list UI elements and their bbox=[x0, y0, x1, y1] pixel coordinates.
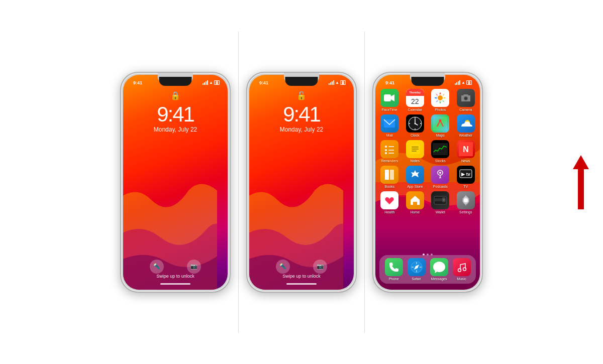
app-stocks[interactable]: Stocks bbox=[429, 140, 452, 163]
mail-icon bbox=[380, 114, 398, 133]
mute-button-3 bbox=[372, 113, 373, 127]
separator-2 bbox=[364, 32, 365, 333]
photos-icon bbox=[431, 89, 449, 107]
app-camera[interactable]: Camera bbox=[455, 89, 477, 111]
home-label: Home bbox=[410, 210, 420, 214]
app-settings[interactable]: Settings bbox=[455, 191, 477, 214]
settings-icon bbox=[457, 191, 475, 209]
signal-icon-3 bbox=[455, 80, 460, 85]
flashlight-shortcut[interactable]: 🔦 bbox=[150, 260, 164, 274]
app-home[interactable]: Home bbox=[404, 191, 427, 214]
calendar-date-num: 22 bbox=[411, 96, 419, 107]
power-button-3 bbox=[482, 128, 483, 156]
dock-music[interactable]: Music bbox=[453, 258, 471, 281]
phone-unlocking: 9:41 ▲ ▓ 🔓 9:41 Monday, July 22 🔦 📷 bbox=[246, 72, 357, 293]
status-icons-3: ▲ ▓ bbox=[455, 80, 472, 85]
app-reminders[interactable]: Reminders bbox=[378, 140, 401, 163]
app-clock[interactable]: Clock bbox=[404, 114, 427, 137]
svg-rect-24 bbox=[412, 147, 419, 148]
notes-label: Notes bbox=[411, 159, 420, 163]
app-tv[interactable]: ▶ tv TV bbox=[455, 166, 477, 188]
app-calendar[interactable]: Thursday 22 Calendar bbox=[404, 89, 427, 111]
app-maps[interactable]: Maps bbox=[429, 114, 452, 137]
svg-point-2 bbox=[438, 95, 443, 100]
wallet-label: Wallet bbox=[436, 210, 445, 214]
camera-shortcut-2[interactable]: 📷 bbox=[313, 260, 327, 274]
app-notes[interactable]: Notes bbox=[404, 140, 427, 163]
books-icon bbox=[380, 166, 398, 184]
svg-rect-0 bbox=[384, 94, 391, 101]
svg-rect-30 bbox=[385, 170, 389, 180]
mute-button bbox=[120, 113, 121, 127]
appstore-label: App Store bbox=[407, 185, 423, 188]
mail-label: Mail bbox=[386, 134, 393, 137]
dock-safari[interactable]: Safari bbox=[408, 258, 426, 281]
phones-container: 9:41 ▲ ▓ 🔒 9:41 Monday, July 22 🔦 📷 bbox=[0, 0, 603, 364]
svg-rect-27 bbox=[433, 143, 448, 155]
unlock-icon: 🔓 bbox=[296, 91, 307, 100]
svg-rect-31 bbox=[390, 170, 394, 180]
status-time-3: 9:41 bbox=[385, 80, 394, 85]
wifi-icon: ▲ bbox=[209, 80, 213, 85]
svg-text:N: N bbox=[463, 145, 469, 154]
volume-up-button-3 bbox=[372, 132, 373, 146]
photos-label: Photos bbox=[435, 108, 446, 111]
swipe-text-2: Swipe up to unlock bbox=[282, 274, 321, 279]
svg-point-43 bbox=[464, 198, 468, 202]
battery-icon-2: ▓ bbox=[340, 80, 346, 85]
safari-icon bbox=[408, 258, 426, 276]
camera-shortcut[interactable]: 📷 bbox=[187, 260, 201, 274]
weather-label: Weather bbox=[459, 134, 472, 137]
dock-music-label: Music bbox=[457, 277, 466, 281]
dock-phone[interactable]: Phone bbox=[385, 258, 403, 281]
camera-label: Camera bbox=[459, 108, 472, 111]
lock-icon: 🔒 bbox=[170, 91, 180, 100]
svg-point-41 bbox=[443, 199, 445, 201]
messages-icon bbox=[430, 258, 448, 276]
health-icon bbox=[380, 191, 398, 209]
app-appstore[interactable]: App Store bbox=[404, 166, 427, 188]
battery-icon: ▓ bbox=[214, 80, 220, 85]
maps-icon bbox=[431, 114, 449, 133]
home-screen: 9:41 ▲ ▓ bbox=[375, 75, 480, 290]
clock-label: Clock bbox=[411, 134, 420, 137]
status-icons-2: ▲ ▓ bbox=[329, 80, 346, 85]
svg-rect-37 bbox=[414, 202, 417, 205]
separator-1 bbox=[238, 32, 239, 333]
swipe-bar-2 bbox=[286, 283, 317, 285]
app-wallet[interactable]: Wallet bbox=[429, 191, 452, 214]
app-news[interactable]: N News bbox=[455, 140, 477, 163]
svg-point-52 bbox=[463, 268, 466, 271]
phone-homescreen: 9:41 ▲ ▓ bbox=[372, 72, 483, 293]
app-health[interactable]: Health bbox=[378, 191, 401, 214]
camera-icon bbox=[457, 89, 475, 107]
status-bar-2: 9:41 ▲ ▓ bbox=[249, 78, 354, 88]
svg-text:▶ tv: ▶ tv bbox=[461, 172, 470, 177]
volume-up-button bbox=[120, 132, 121, 146]
facetime-icon bbox=[380, 89, 398, 107]
weather-icon bbox=[457, 114, 475, 133]
health-label: Health bbox=[384, 210, 394, 214]
svg-rect-25 bbox=[412, 149, 419, 150]
app-books[interactable]: Books bbox=[378, 166, 401, 188]
app-facetime[interactable]: FaceTime bbox=[378, 89, 401, 111]
svg-rect-26 bbox=[412, 151, 417, 152]
reminders-icon bbox=[380, 140, 398, 158]
app-photos[interactable]: Photos bbox=[429, 89, 452, 111]
battery-icon-3: ▓ bbox=[466, 80, 472, 85]
podcasts-icon bbox=[431, 166, 449, 184]
app-podcasts[interactable]: Podcasts bbox=[429, 166, 452, 188]
app-weather[interactable]: Weather bbox=[455, 114, 477, 137]
swipe-bar bbox=[160, 283, 190, 285]
flashlight-shortcut-2[interactable]: 🔦 bbox=[276, 260, 290, 274]
mute-button-2 bbox=[246, 113, 247, 127]
wallet-icon bbox=[431, 191, 449, 209]
dock: Phone Safari Messages bbox=[379, 255, 476, 284]
facetime-label: FaceTime bbox=[382, 108, 397, 111]
svg-point-33 bbox=[439, 172, 441, 174]
dock-messages[interactable]: Messages bbox=[430, 258, 448, 281]
svg-point-51 bbox=[458, 269, 461, 272]
status-bar: 9:41 ▲ ▓ bbox=[123, 78, 228, 88]
app-mail[interactable]: Mail bbox=[378, 114, 401, 137]
arrow-shaft bbox=[578, 169, 584, 209]
